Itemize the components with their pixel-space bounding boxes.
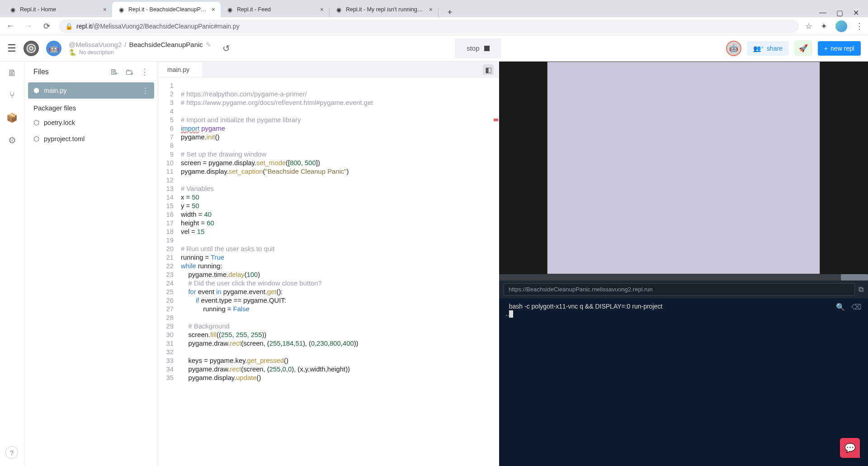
replit-favicon: ◉ [226, 6, 233, 13]
pygame-canvas[interactable] [547, 62, 820, 274]
search-console-icon[interactable]: 🔍 [836, 303, 845, 311]
stop-icon [484, 46, 490, 51]
forward-button[interactable]: → [23, 21, 34, 31]
python-file-icon: ⬢ [33, 87, 39, 94]
scroll-thumb[interactable] [841, 274, 868, 281]
url-path: /@MelissaVuong2/BeachsideCleanupPanic#ma… [92, 23, 240, 30]
chat-fab[interactable]: 💬 [840, 438, 860, 458]
console-cursor [509, 310, 513, 318]
layout-toggle-icon[interactable]: ◧ [483, 64, 494, 75]
replit-favicon: ◉ [118, 6, 125, 13]
tab-title: Repl.it - My repl isn't running??!! [346, 6, 425, 13]
editor-tab-mainpy[interactable]: main.py [158, 62, 202, 77]
packager-header: Packager files [24, 99, 158, 114]
python-icon: 🐍 [69, 49, 76, 56]
file-name: main.py [44, 87, 67, 94]
browser-tab-1[interactable]: ◉ Repl.it - BeachsideCleanupPanic × [112, 2, 221, 17]
share-icon: 👥⁺ [753, 45, 764, 52]
packages-icon[interactable]: 📦 [6, 112, 18, 123]
close-icon[interactable]: × [212, 6, 215, 13]
minimize-icon[interactable]: — [819, 9, 826, 17]
close-icon[interactable]: × [429, 6, 433, 13]
files-header: Files [33, 68, 103, 76]
close-icon[interactable]: × [103, 6, 107, 13]
project-avatar[interactable]: 🤖 [46, 41, 61, 56]
editor-panel: main.py ◧ 123456789101112131415161718192… [158, 62, 499, 466]
tab-title: Repl.it - Feed [237, 6, 316, 13]
add-file-icon[interactable]: 🗎+ [110, 67, 118, 77]
close-icon[interactable]: × [320, 6, 324, 13]
file-item-mainpy[interactable]: ⬢ main.py ⋮ [28, 82, 154, 99]
reload-button[interactable]: ⟳ [41, 21, 52, 31]
url-input[interactable]: 🔒 repl.it/@MelissaVuong2/BeachsideCleanu… [59, 19, 799, 33]
new-repl-button[interactable]: + new repl [818, 41, 861, 56]
share-label: share [767, 45, 783, 52]
icon-rail: 🗎 ⑂ 📦 ⚙ ? [0, 62, 24, 466]
settings-icon[interactable]: ⚙ [8, 135, 16, 146]
lock-icon: 🔒 [65, 23, 73, 30]
replit-logo[interactable] [24, 41, 39, 56]
address-bar: ← → ⟳ 🔒 repl.it/@MelissaVuong2/Beachside… [0, 17, 868, 35]
window-controls: — ▢ ✕ [810, 9, 868, 17]
history-icon[interactable]: ↺ [222, 43, 230, 54]
replit-favicon: ◉ [9, 6, 16, 13]
boost-button[interactable]: 🚀 [794, 40, 812, 56]
edit-name-icon[interactable]: ✎ [206, 41, 212, 49]
close-window-icon[interactable]: ✕ [853, 9, 859, 17]
file-item-pyproject[interactable]: ⬡ pyproject.toml [24, 131, 158, 147]
star-icon[interactable]: ☆ [805, 21, 812, 31]
stop-button[interactable]: stop [455, 38, 501, 58]
package-file-icon: ⬡ [33, 119, 39, 126]
menu-icon[interactable]: ⋮ [855, 21, 863, 31]
maximize-icon[interactable]: ▢ [836, 9, 843, 17]
browser-chrome: ◉ Repl.it - Home × ◉ Repl.it - Beachside… [0, 0, 868, 35]
owner-link[interactable]: @MelissaVuong2 [69, 41, 122, 48]
canvas-scrollbar[interactable] [499, 274, 868, 281]
graphics-output[interactable] [499, 62, 868, 274]
browser-tab-0[interactable]: ◉ Repl.it - Home × [4, 2, 112, 17]
new-repl-label: new repl [830, 45, 854, 52]
profile-avatar[interactable] [835, 20, 847, 32]
line-gutter: 1234567891011121314151617181920212223242… [158, 78, 178, 466]
file-item-poetrylock[interactable]: ⬡ poetry.lock [24, 114, 158, 131]
back-button[interactable]: ← [5, 21, 16, 31]
run-url-bar: ⧉ [499, 281, 868, 298]
file-name: pyproject.toml [44, 135, 85, 143]
clear-console-icon[interactable]: ⌫ [851, 303, 862, 311]
svg-point-0 [27, 44, 35, 52]
extensions-icon[interactable]: ✦ [821, 21, 827, 31]
main-layout: 🗎 ⑂ 📦 ⚙ ? Files 🗎+ 🗀+ ⋮ ⬢ main.py ⋮ Pack… [0, 62, 868, 466]
file-menu-icon[interactable]: ⋮ [142, 87, 149, 94]
tab-divider [438, 8, 439, 17]
console-prompt [505, 303, 507, 310]
stop-label: stop [467, 44, 479, 52]
tab-title: Repl.it - BeachsideCleanupPanic [128, 6, 208, 13]
files-rail-icon[interactable]: 🗎 [8, 68, 17, 78]
new-tab-button[interactable]: + [443, 8, 457, 17]
code-content[interactable]: # https://realpython.com/pygame-a-primer… [178, 78, 492, 466]
repl-header: ☰ 🤖 @MelissaVuong2/BeachsideCleanupPanic… [0, 35, 868, 62]
marker-strip [492, 78, 499, 466]
file-panel: Files 🗎+ 🗀+ ⋮ ⬢ main.py ⋮ Packager files… [24, 62, 158, 466]
console-output: .. [505, 310, 509, 317]
tab-strip: ◉ Repl.it - Home × ◉ Repl.it - Beachside… [0, 0, 868, 17]
add-folder-icon[interactable]: 🗀+ [125, 67, 133, 77]
browser-tab-2[interactable]: ◉ Repl.it - Feed × [221, 2, 329, 17]
help-button[interactable]: ? [5, 446, 18, 459]
browser-tab-3[interactable]: ◉ Repl.it - My repl isn't running??!! × [330, 2, 438, 17]
run-url-input[interactable] [504, 283, 855, 295]
hamburger-icon[interactable]: ☰ [7, 43, 16, 54]
svg-point-1 [29, 47, 33, 50]
version-control-icon[interactable]: ⑂ [9, 90, 15, 100]
project-description: No description [79, 49, 114, 56]
editor-tab-bar: main.py ◧ [158, 62, 499, 78]
project-name[interactable]: BeachsideCleanupPanic [129, 41, 203, 48]
share-button[interactable]: 👥⁺ share [747, 41, 789, 56]
error-marker[interactable] [494, 119, 498, 121]
console[interactable]: bash -c polygott-x11-vnc q && DISPLAY=:0… [499, 298, 868, 466]
files-menu-icon[interactable]: ⋮ [141, 67, 149, 77]
user-avatar[interactable]: 🤖 [726, 41, 741, 56]
output-panel: ⧉ bash -c polygott-x11-vnc q && DISPLAY=… [499, 62, 868, 466]
open-external-icon[interactable]: ⧉ [859, 285, 863, 294]
code-editor[interactable]: 1234567891011121314151617181920212223242… [158, 78, 499, 466]
